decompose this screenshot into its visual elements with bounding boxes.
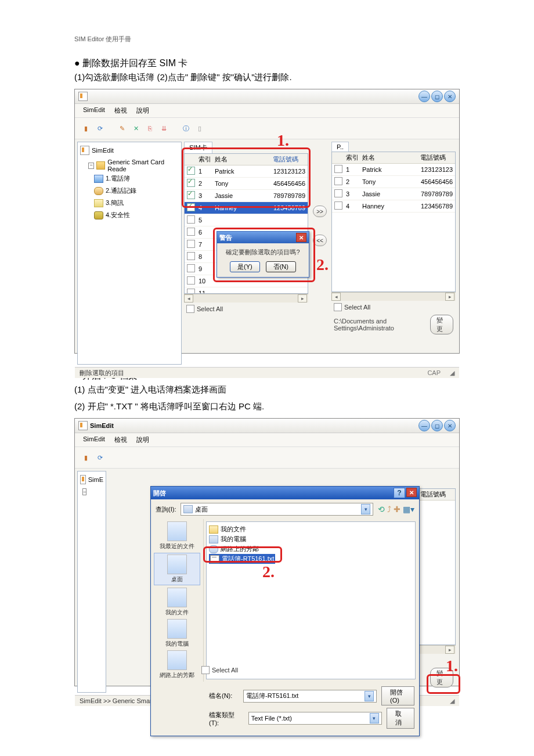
pc-list[interactable]: 索引 姓名 電話號碼 1Patrick1231231232Tony4564564… [331,152,456,292]
row-checkbox[interactable] [187,240,195,248]
sim-tab[interactable]: SIM卡 [184,142,212,153]
toolbar-delete-icon[interactable]: ✕ [131,123,141,134]
menu-help[interactable]: 說明 [136,435,149,444]
pc-select-all-checkbox[interactable] [334,303,342,311]
nav-up-icon[interactable]: ⤴ [387,505,391,514]
toolbar-info-icon[interactable]: ⓘ [181,123,191,134]
toolbar-paste-icon[interactable]: ⇊ [158,123,169,134]
file-item[interactable]: 我的文件 [209,524,413,534]
dialog-yes-button[interactable]: 是(Y) [230,261,260,272]
minimize-button[interactable]: — [418,91,430,102]
table-row[interactable]: 3Jassie789789789 [332,188,455,200]
row-checkbox[interactable] [187,179,195,187]
table-row[interactable]: 5 [185,214,308,226]
row-checkbox[interactable] [187,215,195,224]
filename-combo[interactable]: 電話簿-RT5161.txt ▾ [243,690,377,703]
table-row[interactable]: 4Hanney123456789 [332,200,455,213]
tree-sms[interactable]: 3.簡訊 [106,199,124,207]
toolbar-refresh-icon[interactable]: ⟳ [95,452,105,463]
pc-change-button[interactable]: 變更 [430,315,453,334]
place-mydocs[interactable]: 我的文件 [154,588,200,617]
move-right-button[interactable]: >> [313,206,327,217]
tree-security[interactable]: 4.安全性 [106,211,130,219]
menu-simedit[interactable]: SimEdit [83,106,105,115]
scroll-right-icon[interactable]: ▸ [445,293,454,301]
place-recent[interactable]: 我最近的文件 [154,521,200,550]
menu-view[interactable]: 檢視 [114,435,127,444]
minimize-button[interactable]: — [418,420,430,431]
row-checkbox[interactable] [187,191,195,199]
row-checkbox[interactable] [187,276,195,285]
tree-root-label[interactable]: SimEdit [92,147,114,154]
tree-reader-label[interactable]: Generic Smart Card Reade [107,159,179,172]
row-checkbox[interactable] [187,289,195,294]
file-item[interactable]: 網路上的芳鄰 [209,544,413,554]
menu-help[interactable]: 說明 [136,106,149,115]
tree-calllog[interactable]: 2.通話記錄 [106,186,136,195]
row-checkbox[interactable] [334,165,342,173]
tree-phonebook[interactable]: 1.電話簿 [106,174,130,183]
toolbar-copy-icon[interactable]: ⎘ [145,123,155,134]
tree-expand-icon[interactable]: − [88,163,94,169]
table-row[interactable]: 1Patrick123123123 [332,164,455,176]
file-item[interactable]: 我的電腦 [209,534,413,544]
maximize-button[interactable]: ◻ [431,91,443,102]
close-button[interactable]: ✕ [444,91,456,102]
open-button[interactable]: 開啓(O) [381,686,414,705]
scroll-right-icon[interactable]: ▸ [445,646,454,654]
file-item-selected[interactable]: 電話簿-RT5161.txt [209,554,275,564]
dropdown-icon[interactable]: ▾ [361,504,370,514]
tree-root-label[interactable]: SimE [88,476,103,483]
toolbar-edit-icon[interactable]: ✎ [117,123,127,134]
toolbar-new-icon[interactable]: ▮ [81,452,91,463]
place-network[interactable]: 網路上的芳鄰 [154,650,200,679]
table-row[interactable]: 11 [185,287,308,294]
sim-select-all-checkbox[interactable] [186,305,194,313]
pc-tab[interactable]: P.. [331,142,349,152]
menu-simedit[interactable]: SimEdit [83,435,105,444]
row-checkbox[interactable] [334,201,342,210]
table-row[interactable]: 2Tony456456456 [332,176,455,188]
dialog-close-button[interactable]: ✕ [296,233,306,242]
row-checkbox[interactable] [187,167,195,175]
table-row[interactable]: 1Patrick123123123 [185,165,308,178]
table-row[interactable]: 3Jassie789789789 [185,190,308,202]
menu-view[interactable]: 檢視 [114,106,127,115]
dialog-no-button[interactable]: 否(N) [266,261,296,272]
file-list[interactable]: 我的文件 我的電腦 網路上的芳鄰 電話簿-RT5161.txt 2. [206,521,416,679]
tree-expand-icon[interactable]: − [82,488,86,495]
dialog-help-button[interactable]: ? [394,488,405,498]
pc-hscroll[interactable]: ◂ ▸ [331,292,456,301]
place-desktop[interactable]: 桌面 [154,553,200,585]
dropdown-icon[interactable]: ▾ [370,713,379,723]
table-row[interactable]: 2Tony456456456 [185,178,308,190]
close-button[interactable]: ✕ [444,420,456,431]
scroll-left-icon[interactable]: ◂ [184,294,193,303]
nav-views-icon[interactable]: ▦▾ [403,505,414,514]
dialog-close-button[interactable]: ✕ [406,488,417,497]
filename-label: 檔名(N): [209,692,239,700]
sim2-select-all-checkbox[interactable] [201,666,210,674]
cancel-button[interactable]: 取消 [387,708,414,729]
sim-hscroll[interactable]: ◂ ▸ [184,294,308,303]
lookin-combo[interactable]: 桌面 ▾ [181,503,373,516]
dropdown-icon[interactable]: ▾ [365,691,374,701]
table-row[interactable]: 4Hanney123456789 [185,202,308,214]
row-checkbox[interactable] [187,264,195,272]
nav-newfolder-icon[interactable]: ✚ [394,505,400,514]
toolbar-new-icon[interactable]: ▮ [81,123,91,134]
row-checkbox[interactable] [187,252,195,260]
scroll-right-icon[interactable]: ▸ [298,294,307,303]
move-left-button[interactable]: << [313,235,327,246]
scroll-left-icon[interactable]: ◂ [331,293,341,301]
row-checkbox[interactable] [187,203,195,211]
row-checkbox[interactable] [334,189,342,197]
toolbar-refresh-icon[interactable]: ⟳ [95,123,105,134]
place-mycomp[interactable]: 我的電腦 [154,619,200,648]
pc2-change-button[interactable]: 變更 [430,668,453,687]
maximize-button[interactable]: ◻ [431,420,443,431]
nav-back-icon[interactable]: ⟲ [378,505,385,514]
row-checkbox[interactable] [334,177,342,185]
filetype-combo[interactable]: Text File (*.txt) ▾ [248,712,382,725]
row-checkbox[interactable] [187,228,195,236]
